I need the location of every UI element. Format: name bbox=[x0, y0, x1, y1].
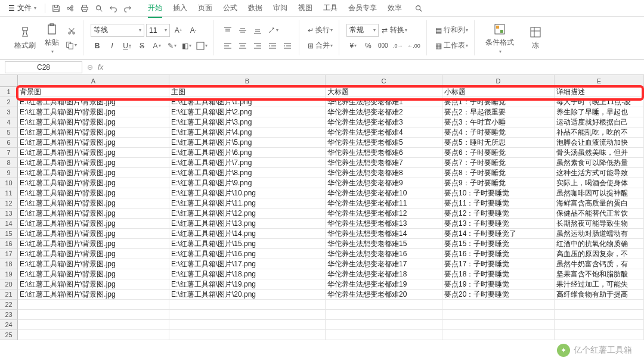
preview-icon[interactable] bbox=[93, 2, 105, 14]
tab-home[interactable]: 开始 bbox=[148, 1, 162, 15]
freeze-button[interactable]: 冻 bbox=[525, 23, 543, 53]
cell[interactable]: E:\红薯工具箱\图片\8.png bbox=[169, 168, 326, 178]
cell[interactable] bbox=[18, 310, 169, 320]
cell[interactable]: E:\红薯工具箱\图片\背景图.jpg bbox=[18, 107, 169, 117]
cell[interactable]: 华佗养生法想变老都难9 bbox=[326, 178, 442, 188]
cell[interactable] bbox=[442, 310, 555, 320]
border-button[interactable] bbox=[195, 39, 209, 52]
cell[interactable] bbox=[555, 300, 644, 310]
thousands-icon[interactable]: 000 bbox=[376, 39, 389, 52]
cell[interactable]: 每人子时（晚上11点-凌 bbox=[555, 97, 644, 107]
cell[interactable]: E:\红薯工具箱\图片\背景图.jpg bbox=[18, 97, 169, 107]
cell[interactable]: 虽然牛奶富含钙质，有 bbox=[555, 259, 644, 269]
cell[interactable]: 华佗养生法想变老都难18 bbox=[326, 269, 442, 279]
cell[interactable]: 泡脚会让血液流动加快 bbox=[555, 138, 644, 148]
wrap-text-button[interactable]: ↵ 换行 bbox=[306, 24, 334, 37]
cell[interactable]: 红酒中的抗氧化物质确 bbox=[555, 239, 644, 249]
fx-icon[interactable]: fx bbox=[98, 63, 103, 71]
cell[interactable]: 要点15：子时要睡觉 bbox=[442, 239, 555, 249]
cell[interactable]: 华佗养生法想变老都难8 bbox=[326, 168, 442, 178]
cell[interactable]: E:\红薯工具箱\图片\6.png bbox=[169, 148, 326, 158]
cell[interactable]: 华佗养生法想变老都难12 bbox=[326, 209, 442, 219]
formula-input[interactable] bbox=[108, 62, 639, 73]
cell[interactable]: 华佗养生法想变老都难19 bbox=[326, 279, 442, 290]
increase-font-icon[interactable]: A+ bbox=[172, 24, 185, 37]
cell[interactable]: E:\红薯工具箱\图片\9.png bbox=[169, 178, 326, 188]
row-header[interactable]: 7 bbox=[0, 148, 18, 158]
cell[interactable]: E:\红薯工具箱\图片\背景图.jpg bbox=[18, 178, 169, 188]
cell[interactable]: 虽然素食可以降低热量 bbox=[555, 158, 644, 168]
search-icon[interactable] bbox=[413, 2, 425, 14]
cell[interactable]: E:\红薯工具箱\图片\背景图.jpg bbox=[18, 219, 169, 229]
cut-icon[interactable] bbox=[64, 24, 78, 38]
row-header[interactable]: 14 bbox=[0, 219, 18, 229]
row-header[interactable]: 2 bbox=[0, 97, 18, 107]
cell[interactable]: E:\红薯工具箱\图片\12.png bbox=[169, 209, 326, 219]
cell[interactable]: 华佗养生法想变老都难3 bbox=[326, 117, 442, 127]
cell[interactable]: 华佗养生法想变老都难7 bbox=[326, 158, 442, 168]
cell[interactable]: 坚果富含不饱和脂肪酸 bbox=[555, 269, 644, 279]
orientation-icon[interactable] bbox=[266, 24, 280, 37]
cell[interactable]: 华佗养生法想变老都难6 bbox=[326, 148, 442, 158]
cell[interactable]: E:\红薯工具箱\图片\背景图.jpg bbox=[18, 138, 169, 148]
cell[interactable]: 海鲜富含高质量的蛋白 bbox=[555, 198, 644, 209]
cell[interactable]: 要点18：子时要睡觉 bbox=[442, 269, 555, 279]
cell[interactable]: E:\红薯工具箱\图片\18.png bbox=[169, 269, 326, 279]
font-name-combo[interactable]: 等线 bbox=[91, 24, 144, 37]
cell[interactable]: E:\红薯工具箱\图片\背景图.jpg bbox=[18, 158, 169, 168]
copy-icon[interactable] bbox=[64, 39, 78, 52]
cell[interactable]: 华佗养生法想变老都难14 bbox=[326, 229, 442, 239]
cell[interactable]: E:\红薯工具箱\图片\背景图.jpg bbox=[18, 290, 169, 300]
cell[interactable]: 详细描述 bbox=[555, 87, 644, 97]
undo-icon[interactable] bbox=[107, 2, 119, 14]
cell[interactable]: 运动适度就好根据自己 bbox=[555, 117, 644, 127]
cell[interactable]: 华佗养生法想变老都难20 bbox=[326, 290, 442, 300]
row-header[interactable]: 5 bbox=[0, 127, 18, 138]
cell[interactable]: 要点1：子时要睡觉 bbox=[442, 97, 555, 107]
cell[interactable]: 要点14：子时要睡觉了 bbox=[442, 229, 555, 239]
cell[interactable]: 长期熬夜可能导致生物 bbox=[555, 219, 644, 229]
align-bottom-icon[interactable] bbox=[251, 24, 264, 37]
cell[interactable] bbox=[326, 300, 442, 310]
cell[interactable] bbox=[326, 310, 442, 320]
convert-button[interactable]: ⇄ 转换 bbox=[380, 24, 408, 37]
cell[interactable]: E:\红薯工具箱\图片\背景图.jpg bbox=[18, 239, 169, 249]
col-header-A[interactable]: A bbox=[18, 75, 169, 86]
file-menu[interactable]: ☰ 文件 ▾ bbox=[5, 2, 40, 14]
cell[interactable]: E:\红薯工具箱\图片\14.png bbox=[169, 229, 326, 239]
row-header[interactable]: 8 bbox=[0, 158, 18, 168]
cell[interactable] bbox=[18, 330, 169, 340]
tab-formula[interactable]: 公式 bbox=[223, 1, 237, 15]
cell[interactable]: 要点2：早起很重要 bbox=[442, 107, 555, 117]
cell[interactable]: 要点12：子时要睡觉 bbox=[442, 209, 555, 219]
cell[interactable]: 要点5：睡时无所思 bbox=[442, 138, 555, 148]
cell[interactable]: 华佗养生法想变老都难17 bbox=[326, 259, 442, 269]
cell[interactable] bbox=[326, 320, 442, 330]
row-header[interactable]: 12 bbox=[0, 198, 18, 209]
cell[interactable] bbox=[442, 330, 555, 340]
cell[interactable]: 虽然咖啡因可以提神醒 bbox=[555, 188, 644, 198]
cell[interactable]: 要点13：子时要睡觉 bbox=[442, 219, 555, 229]
tab-tools[interactable]: 工具 bbox=[323, 1, 338, 15]
cell[interactable]: 华佗养生法想变老都难16 bbox=[326, 249, 442, 259]
cell[interactable]: 实际上，喝酒会使身体 bbox=[555, 178, 644, 188]
cell[interactable] bbox=[555, 310, 644, 320]
cell[interactable]: 要点10：子时要睡觉 bbox=[442, 188, 555, 198]
cell[interactable]: E:\红薯工具箱\图片\11.png bbox=[169, 198, 326, 209]
cell[interactable]: 背景图 bbox=[18, 87, 169, 97]
cell[interactable]: 虽然运动对肠道蠕动有 bbox=[555, 229, 644, 239]
cell[interactable] bbox=[442, 300, 555, 310]
cell[interactable] bbox=[555, 320, 644, 330]
tab-page[interactable]: 页面 bbox=[198, 1, 212, 15]
row-header[interactable]: 25 bbox=[0, 330, 18, 340]
row-header[interactable]: 4 bbox=[0, 117, 18, 127]
row-header[interactable]: 15 bbox=[0, 229, 18, 239]
cell[interactable]: E:\红薯工具箱\图片\背景图.jpg bbox=[18, 117, 169, 127]
cell[interactable]: 大标题 bbox=[326, 87, 442, 97]
currency-icon[interactable]: ¥ bbox=[346, 39, 360, 52]
percent-icon[interactable]: % bbox=[361, 39, 374, 52]
cell[interactable]: E:\红薯工具箱\图片\7.png bbox=[169, 158, 326, 168]
format-painter-button[interactable]: 格式刷 bbox=[11, 23, 39, 53]
cell[interactable]: 骨头汤虽然美味，但并 bbox=[555, 148, 644, 158]
align-middle-icon[interactable] bbox=[236, 24, 249, 37]
